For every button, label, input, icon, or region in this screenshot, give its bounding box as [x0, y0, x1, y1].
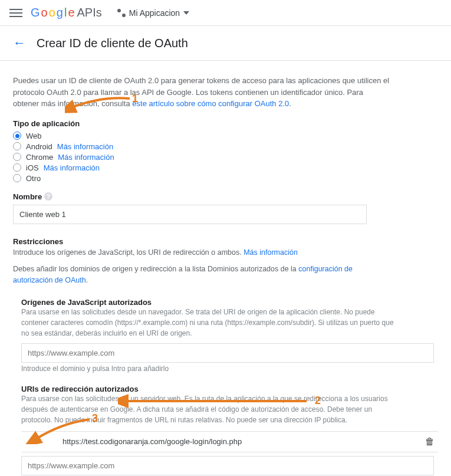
chevron-down-icon	[183, 11, 189, 15]
radio-icon[interactable]	[13, 153, 21, 161]
radio-icon[interactable]	[13, 142, 21, 150]
google-logo: Google APIs	[31, 6, 102, 19]
radio-icon[interactable]	[13, 174, 21, 182]
menu-icon[interactable]	[9, 6, 22, 19]
radio-label: Otro	[26, 174, 41, 183]
js-origins-block: Orígenes de JavaScript autorizados Para …	[13, 298, 438, 373]
help-icon[interactable]: ?	[44, 192, 52, 201]
app-type-radio-group: Web Android Más información Chrome Más i…	[13, 132, 438, 183]
restrictions-desc2b: .	[86, 276, 88, 284]
restrictions-section: Restricciones Introduce los orígenes de …	[13, 237, 438, 286]
radio-label: Android	[26, 142, 52, 151]
trash-icon[interactable]: 🗑	[425, 436, 434, 447]
radio-icon[interactable]	[13, 163, 21, 172]
name-label: Nombre ?	[13, 192, 438, 201]
project-selector[interactable]: Mi Appicacion	[117, 8, 189, 18]
app-type-label-text: Tipo de aplicación	[13, 119, 80, 128]
intro-text: Puedes usar un ID de cliente de OAuth 2.…	[13, 75, 390, 110]
project-icon	[117, 9, 126, 17]
restrictions-title: Restricciones	[13, 237, 438, 246]
intro-period: .	[289, 99, 291, 108]
radio-other[interactable]: Otro	[13, 174, 438, 183]
apis-label: APIs	[77, 6, 102, 19]
redirect-uri-list: https://test.codigonaranja.com/google-lo…	[21, 431, 438, 452]
radio-label: Web	[26, 132, 42, 140]
restrictions-desc1-text: Introduce los orígenes de JavaScript, lo…	[13, 248, 243, 257]
radio-icon[interactable]	[13, 132, 21, 140]
js-origins-label: Orígenes de JavaScript autorizados	[21, 298, 438, 307]
js-origins-hint: Introduce el dominio y pulsa Intro para …	[21, 365, 438, 373]
restrictions-desc2: Debes añadir los dominios de origen y re…	[13, 264, 390, 286]
radio-android[interactable]: Android Más información	[13, 142, 438, 151]
app-type-label: Tipo de aplicación	[13, 119, 438, 128]
js-origins-input[interactable]	[21, 343, 434, 363]
more-info-link[interactable]: Más información	[57, 142, 113, 151]
js-origins-desc: Para usarse en las solicitudes desde un …	[21, 307, 399, 339]
more-info-link[interactable]: Más información	[243, 248, 298, 257]
project-name: Mi Appicacion	[129, 8, 180, 18]
page-title: Crear ID de cliente de OAuth	[37, 37, 188, 50]
page-header: ← Crear ID de cliente de OAuth	[0, 26, 451, 61]
redirect-uris-desc: Para usarse con las solicitudes de un se…	[21, 393, 399, 425]
more-info-link[interactable]: Más información	[58, 153, 114, 162]
content: Puedes usar un ID de cliente de OAuth 2.…	[0, 61, 451, 476]
radio-ios[interactable]: iOS Más información	[13, 163, 438, 172]
restrictions-desc2a: Debes añadir los dominios de origen y re…	[13, 265, 298, 273]
radio-web[interactable]: Web	[13, 132, 438, 140]
redirect-uris-label: URIs de redirección autorizados	[21, 385, 438, 393]
redirect-uris-block: URIs de redirección autorizados Para usa…	[13, 385, 438, 476]
topbar: Google APIs Mi Appicacion	[0, 0, 451, 26]
name-input[interactable]	[13, 205, 367, 224]
restrictions-desc1: Introduce los orígenes de JavaScript, lo…	[13, 247, 390, 258]
radio-label: Chrome	[26, 153, 53, 162]
back-arrow-icon[interactable]: ←	[13, 35, 26, 51]
radio-chrome[interactable]: Chrome Más información	[13, 153, 438, 162]
redirect-uri-value: https://test.codigonaranja.com/google-lo…	[62, 437, 242, 446]
redirect-uris-input[interactable]	[21, 456, 434, 475]
more-info-link[interactable]: Más información	[44, 163, 100, 172]
redirect-uri-row: https://test.codigonaranja.com/google-lo…	[21, 431, 438, 452]
oauth-config-link[interactable]: este artículo sobre cómo configurar OAut…	[132, 99, 289, 108]
radio-label: iOS	[26, 163, 39, 172]
name-label-text: Nombre	[13, 192, 42, 201]
